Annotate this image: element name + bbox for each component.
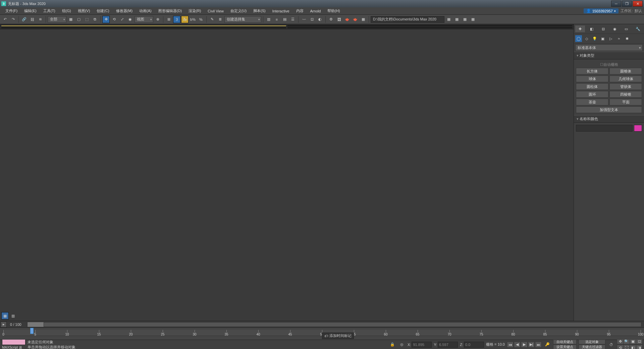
shapes-icon[interactable]: ◇ (583, 35, 590, 42)
utilities-tab[interactable]: 🔧 (633, 26, 643, 32)
menu-animation[interactable]: 动画(A) (136, 8, 155, 14)
time-slider[interactable] (27, 322, 641, 327)
select-region-button[interactable]: ⬚ (83, 16, 91, 23)
geosphere-button[interactable]: 几何球体 (609, 76, 642, 82)
menu-views[interactable]: 视图(V) (74, 8, 94, 14)
path-btn1[interactable]: ▦ (445, 16, 452, 23)
torus-button[interactable]: 圆环 (576, 91, 608, 98)
workspace-value[interactable]: 默认 (635, 8, 642, 13)
redo-button[interactable]: ↷ (9, 16, 17, 23)
object-type-rollout[interactable]: 对象类型 (574, 52, 644, 59)
viewport-top[interactable]: [+] [顶] [标准] [线框] 顶 (1, 26, 286, 26)
snap-toggle-button[interactable]: ⊞ (165, 16, 172, 23)
prev-frame-button[interactable]: ◀ (514, 342, 521, 348)
user-chip[interactable]: 👤 1503392957 ▾ (584, 8, 619, 13)
plane-button[interactable]: 平面 (609, 99, 642, 105)
menu-group[interactable]: 组(G) (59, 8, 74, 14)
pyramid-button[interactable]: 四棱锥 (609, 91, 642, 98)
unlink-button[interactable]: ⛓ (29, 16, 36, 23)
add-time-tag[interactable]: 🏷添加时间标记 (322, 333, 354, 339)
viewport-front[interactable]: [+] [前] [标准] [线框] (287, 26, 572, 26)
project-path[interactable]: D:\我的文档\Documents\3ds Max 2020 (371, 16, 444, 23)
coord-y-input[interactable]: 6.597 (438, 342, 458, 348)
lock-icon[interactable]: 🔒 (389, 341, 396, 348)
spacewarps-icon[interactable]: ≈ (615, 35, 622, 42)
autokey-button[interactable]: 自动关键点 (553, 340, 577, 344)
schematic-button[interactable]: ⊡ (308, 16, 316, 23)
layer-button[interactable]: ▤ (281, 16, 288, 23)
menu-edit[interactable]: 编辑(E) (21, 8, 40, 14)
layer-explorer-button[interactable]: ☰ (289, 16, 297, 23)
goto-start-button[interactable]: ⏮ (507, 342, 514, 348)
next-frame-button[interactable]: ▶| (528, 342, 535, 348)
orbit-button[interactable]: ⟲ (617, 345, 624, 349)
helpers-icon[interactable]: ▷ (607, 35, 614, 42)
isolate-icon[interactable]: ◎ (398, 341, 406, 348)
play-button[interactable]: ▶ (521, 342, 528, 348)
teapot-button[interactable]: 茶壶 (576, 99, 608, 105)
modify-tab[interactable]: ◧ (587, 26, 597, 32)
selection-scope[interactable]: 全部 (48, 16, 66, 23)
angle-snap-button[interactable]: 2₂ (181, 16, 189, 23)
render-iter-button[interactable]: ▦ (360, 16, 367, 23)
cone-button[interactable]: 圆锥体 (609, 68, 642, 74)
placement-button[interactable]: ◉ (126, 16, 134, 23)
menu-render[interactable]: 渲染(R) (185, 8, 204, 14)
geometry-icon[interactable]: ◯ (575, 35, 582, 42)
sphere-button[interactable]: 球体 (576, 76, 608, 82)
vp-layout2-button[interactable]: ▥ (9, 312, 17, 319)
rotate-button[interactable]: ⟲ (110, 16, 118, 23)
menu-content[interactable]: 内容 (293, 8, 307, 14)
align-button[interactable]: ≡ (273, 16, 280, 23)
cylinder-button[interactable]: 圆柱体 (576, 83, 608, 90)
percent-snap-button[interactable]: b% (189, 16, 197, 23)
box-button[interactable]: 长方体 (576, 68, 608, 74)
minimize-button[interactable]: ─ (611, 1, 621, 7)
maximize-vp-button[interactable]: ⛶ (623, 345, 630, 349)
curve-editor-button[interactable]: 〰 (300, 16, 308, 23)
link-button[interactable]: 🔗 (20, 16, 28, 23)
select-window-button[interactable]: ⧉ (91, 16, 99, 23)
autogrid-checkbox[interactable]: ☐ 自动栅格 (576, 61, 642, 68)
tube-button[interactable]: 管状体 (609, 83, 642, 90)
name-color-rollout[interactable]: 名称和颜色 (574, 115, 644, 123)
display-tab[interactable]: ▭ (622, 26, 631, 32)
create-tab[interactable]: ✚ (575, 26, 585, 32)
menu-civil[interactable]: Civil View (204, 8, 227, 14)
selection-set[interactable]: 创建选择集 (224, 16, 261, 23)
track-expand-button[interactable]: ▸ (1, 321, 7, 328)
named-sel-button[interactable]: ≣ (216, 16, 224, 23)
snap3d-button[interactable]: 3 (173, 16, 180, 23)
menu-file[interactable]: 文件(F) (2, 8, 21, 14)
menu-modifiers[interactable]: 修改器(M) (113, 8, 136, 14)
menu-arnold[interactable]: Arnold (307, 8, 324, 14)
scale-button[interactable]: ⤢ (118, 16, 126, 23)
status-swatch[interactable] (2, 339, 25, 345)
close-button[interactable]: ✕ (633, 1, 643, 7)
lights-icon[interactable]: 💡 (591, 35, 598, 42)
goto-end-button[interactable]: ⏭ (535, 342, 542, 348)
menu-help[interactable]: 帮助(H) (324, 8, 343, 14)
render-frame-button[interactable]: 🖼 (335, 16, 343, 23)
menu-interactive[interactable]: Interactive (269, 8, 293, 14)
material-editor-button[interactable]: ◐ (316, 16, 324, 23)
render-setup-button[interactable]: ⚙ (327, 16, 335, 23)
path-btn3[interactable]: ▦ (461, 16, 469, 23)
time-cursor[interactable] (30, 328, 34, 334)
coord-z-input[interactable]: 0.0 (464, 342, 484, 348)
key-mode-button[interactable]: 🔑 (544, 341, 551, 348)
sel-obj-button[interactable]: 选定对象 (579, 340, 605, 344)
maxscript-label[interactable]: MAXScript 迷 (2, 345, 25, 349)
pivot-button[interactable]: ⊕ (154, 16, 161, 23)
named-sel-edit-button[interactable]: ✎ (208, 16, 216, 23)
textplus-button[interactable]: 加强型文本 (576, 106, 642, 113)
object-name-input[interactable] (576, 125, 633, 132)
systems-icon[interactable]: ✱ (624, 35, 630, 42)
hierarchy-tab[interactable]: ⊟ (598, 26, 608, 32)
spinner-snap-button[interactable]: % (197, 16, 205, 23)
maximize-button[interactable]: ❐ (622, 1, 632, 7)
cameras-icon[interactable]: ▣ (599, 35, 606, 42)
render-prod-button[interactable]: 🫖 (352, 16, 359, 23)
bind-button[interactable]: ≋ (37, 16, 44, 23)
menu-graph[interactable]: 图形编辑器(D) (155, 8, 185, 14)
